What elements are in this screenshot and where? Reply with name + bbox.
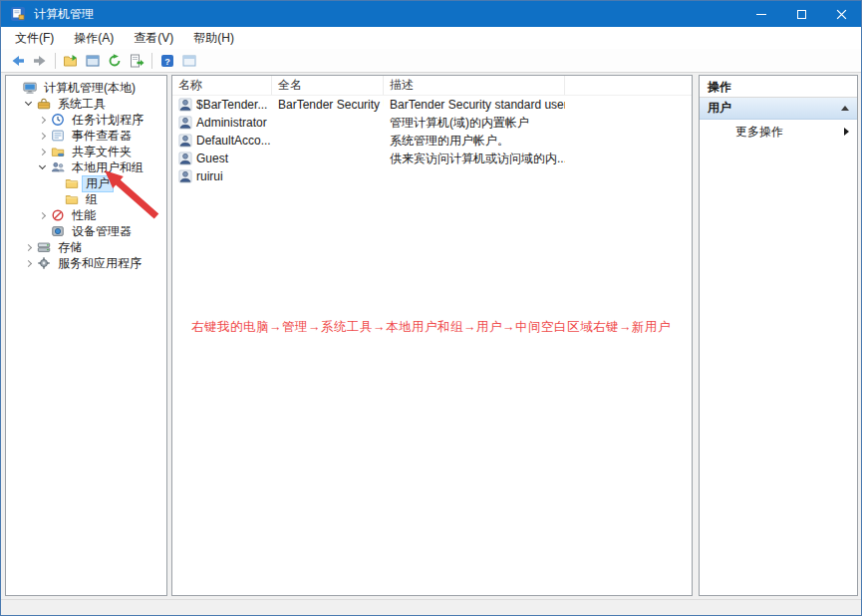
system-tools-icon	[37, 97, 51, 111]
submenu-arrow-icon	[844, 128, 849, 136]
properties-window-button[interactable]	[82, 51, 104, 71]
user-name: Administrator	[196, 116, 267, 130]
cell-full-name: BarTender Security User	[272, 98, 384, 112]
performance-icon	[51, 208, 65, 222]
cell-name: Administrator	[172, 116, 272, 130]
folder-icon	[65, 176, 79, 190]
device-manager-icon	[51, 224, 65, 238]
folder-icon	[65, 192, 79, 206]
cell-name: Guest	[172, 152, 272, 165]
expander-expanded-icon[interactable]	[25, 99, 32, 106]
expander-spacer	[40, 229, 45, 234]
user-name: DefaultAcco...	[196, 134, 271, 148]
cell-description: BarTender Security standard user...	[384, 98, 565, 112]
tree-item-local-users-groups[interactable]: 本地用户和组	[6, 159, 166, 175]
annotation-text: 右键我的电脑→管理→系统工具→本地用户和组→用户→中间空白区域右键→新用户	[191, 319, 671, 336]
tree-item-label: 共享文件夹	[69, 145, 135, 159]
tree-item-performance[interactable]: 性能	[6, 207, 166, 223]
expander-spacer	[54, 197, 59, 202]
tree-item-shared-folders[interactable]: 共享文件夹	[6, 144, 166, 159]
expander-expanded-icon[interactable]	[39, 162, 46, 169]
list-header: 名称全名描述	[172, 76, 692, 96]
forward-button[interactable]	[29, 51, 51, 71]
show-action-pane-button[interactable]	[178, 51, 200, 71]
computer-management-window: 计算机管理 文件(F)操作(A)查看(V)帮助(H) ? 计算机管理(本地)系统…	[0, 0, 862, 616]
tree-item-label: 本地用户和组	[69, 160, 146, 175]
minimize-button[interactable]	[741, 1, 781, 27]
expander-spacer	[12, 86, 17, 91]
close-button[interactable]	[821, 1, 861, 27]
tree-item-label: 任务计划程序	[69, 113, 146, 128]
storage-icon	[37, 240, 51, 254]
help-icon: ?	[159, 53, 175, 69]
user-name: $BarTender...	[196, 98, 267, 112]
users-list-pane[interactable]: 名称全名描述 $BarTender...BarTender Security U…	[171, 75, 693, 596]
expander-collapsed-icon[interactable]	[39, 132, 46, 139]
collapse-icon[interactable]	[841, 106, 849, 111]
actions-title: 操作	[700, 76, 857, 98]
tree-item-label: 系统工具	[55, 97, 109, 112]
tree-item-computer-management[interactable]: 计算机管理(本地)	[6, 80, 166, 96]
properties-window-icon	[85, 53, 101, 69]
tree-item-users[interactable]: 用户	[6, 175, 166, 191]
tree-item-label: 设备管理器	[69, 224, 135, 239]
console-tree-pane: 计算机管理(本地)系统工具任务计划程序事件查看器共享文件夹本地用户和组用户组性能…	[5, 75, 167, 596]
maximize-button[interactable]	[781, 1, 821, 27]
refresh-button[interactable]	[104, 51, 126, 71]
actions-item-more-actions[interactable]: 更多操作	[700, 120, 857, 144]
local-users-groups-icon	[51, 160, 65, 174]
export-list-icon	[129, 53, 144, 69]
user-name: ruirui	[196, 169, 223, 183]
refresh-icon	[107, 53, 123, 69]
minimize-icon	[756, 14, 766, 15]
menu-item-help[interactable]: 帮助(H)	[183, 27, 244, 50]
tree-item-label: 用户	[83, 176, 113, 191]
user-row-defaultacco[interactable]: DefaultAcco...系统管理的用户帐户。	[172, 132, 692, 150]
cell-description: 供来宾访问计算机或访问域的内...	[384, 151, 565, 167]
help-button[interactable]: ?	[156, 51, 178, 71]
menu-item-action[interactable]: 操作(A)	[64, 27, 124, 50]
expander-collapsed-icon[interactable]	[25, 243, 32, 250]
tree-item-label: 存储	[55, 240, 85, 255]
user-row-ruirui[interactable]: ruirui	[172, 167, 692, 185]
event-viewer-icon	[51, 129, 65, 143]
actions-item-label: 更多操作	[735, 124, 783, 141]
tree-item-device-manager[interactable]: 设备管理器	[6, 223, 166, 239]
console-tree: 计算机管理(本地)系统工具任务计划程序事件查看器共享文件夹本地用户和组用户组性能…	[6, 76, 166, 271]
user-icon	[178, 134, 192, 148]
cell-description: 系统管理的用户帐户。	[384, 133, 565, 150]
expander-collapsed-icon[interactable]	[25, 259, 32, 266]
toolbar-separator	[55, 53, 56, 69]
column-header-full_name[interactable]: 全名	[272, 76, 384, 95]
svg-text:?: ?	[164, 56, 170, 66]
user-row-bartender[interactable]: $BarTender...BarTender Security UserBarT…	[172, 96, 692, 114]
user-row-guest[interactable]: Guest供来宾访问计算机或访问域的内...	[172, 150, 692, 167]
expander-collapsed-icon[interactable]	[39, 148, 46, 154]
menu-item-file[interactable]: 文件(F)	[5, 27, 64, 50]
titlebar: 计算机管理	[1, 1, 861, 27]
actions-section-users[interactable]: 用户	[700, 98, 857, 120]
forward-icon	[32, 53, 48, 69]
column-header-name[interactable]: 名称	[172, 76, 272, 95]
user-row-administrator[interactable]: Administrator管理计算机(域)的内置帐户	[172, 114, 692, 132]
show-console-tree-button[interactable]	[60, 51, 82, 71]
expander-collapsed-icon[interactable]	[39, 211, 46, 218]
tree-item-system-tools[interactable]: 系统工具	[6, 96, 166, 112]
back-button[interactable]	[7, 51, 29, 71]
tree-item-task-scheduler[interactable]: 任务计划程序	[6, 112, 166, 128]
column-header-description[interactable]: 描述	[384, 76, 565, 95]
expander-collapsed-icon[interactable]	[39, 116, 46, 123]
tree-item-groups[interactable]: 组	[6, 191, 166, 207]
task-scheduler-icon	[51, 113, 65, 127]
tree-item-label: 组	[83, 192, 101, 207]
actions-section-label: 用户	[708, 100, 731, 117]
app-icon	[10, 6, 26, 22]
user-icon	[178, 98, 192, 112]
user-icon	[178, 152, 192, 165]
tree-item-services-applications[interactable]: 服务和应用程序	[6, 255, 166, 271]
export-list-button[interactable]	[126, 51, 147, 71]
cell-name: ruirui	[172, 169, 272, 183]
menu-item-view[interactable]: 查看(V)	[124, 27, 183, 50]
tree-item-storage[interactable]: 存储	[6, 239, 166, 255]
tree-item-event-viewer[interactable]: 事件查看器	[6, 128, 166, 144]
